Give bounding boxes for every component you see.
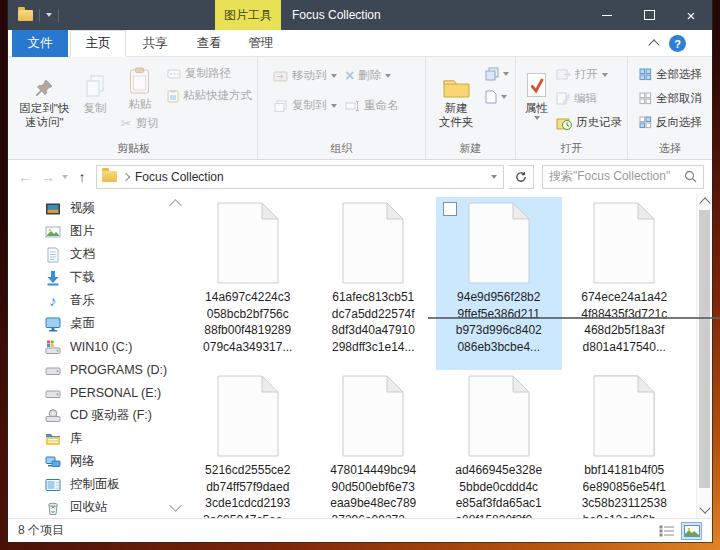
sidebar-item-control-panel[interactable]: 控制面板 xyxy=(8,473,185,496)
music-icon: ♪ xyxy=(45,293,61,309)
sidebar-item-network[interactable]: 网络 xyxy=(8,450,185,473)
sidebar-item-recycle-bin[interactable]: 回收站 xyxy=(8,496,185,518)
edit-button[interactable]: 编辑 xyxy=(553,88,625,109)
navigation-pane: 视频 图片 文档 下载 ♪ 音乐 桌面 xyxy=(8,193,185,518)
back-button[interactable]: ← xyxy=(16,169,34,185)
file-icon xyxy=(593,375,655,457)
sidebar-item-pictures[interactable]: 图片 xyxy=(8,220,185,243)
open-button[interactable]: 打开 xyxy=(553,64,625,85)
history-button[interactable]: 历史记录 xyxy=(553,112,625,133)
address-dropdown-caret-icon[interactable] xyxy=(491,175,497,179)
file-item[interactable]: 674ece24a1a42 4f88435f3d721c 468d2b5f18a… xyxy=(562,197,688,370)
move-to-button[interactable]: 移动到 xyxy=(270,65,342,86)
new-item-button[interactable] xyxy=(482,89,512,105)
sidebar-item-libraries[interactable]: 库 xyxy=(8,427,185,450)
invert-selection-button[interactable]: 反向选择 xyxy=(636,112,705,133)
dropdown-caret-icon xyxy=(331,104,337,108)
close-button[interactable]: × xyxy=(670,0,712,30)
file-item[interactable]: 14a697c4224c3 058bcb2bf756c 88fb00f48192… xyxy=(185,197,311,370)
edit-icon xyxy=(556,92,570,105)
file-item[interactable]: 61afec813cb51 dc7a5dd22574f 8df3d40a4791… xyxy=(311,197,437,370)
sidebar-item-drive-d[interactable]: PROGRAMS (D:) xyxy=(8,358,185,381)
contextual-tab-picture-tools[interactable]: 图片工具 xyxy=(215,0,281,30)
sidebar-item-cd-drive[interactable]: CD 驱动器 (F:) xyxy=(8,404,185,427)
close-icon: × xyxy=(687,8,696,23)
new-group: 新建 文件夹 新建 xyxy=(426,57,516,159)
tab-manage[interactable]: 管理 xyxy=(236,30,286,57)
vertical-scrollbar[interactable] xyxy=(696,193,712,518)
drive-icon xyxy=(45,385,61,401)
dropdown-caret-icon xyxy=(602,73,608,77)
collapse-ribbon-icon[interactable] xyxy=(648,39,659,50)
open-group: 属性 打开 编辑 历史记录 打开 xyxy=(516,57,628,159)
videos-icon xyxy=(45,201,61,217)
file-item[interactable]: 478014449bc94 90d500ebf6e73 eaa9be48ec78… xyxy=(311,370,437,518)
details-view-button[interactable] xyxy=(656,522,677,540)
easy-access-button[interactable] xyxy=(482,66,512,82)
file-item[interactable]: bbf14181b4f05 6e890856e54f1 3c58b2311253… xyxy=(562,370,688,518)
recent-locations-caret-icon[interactable] xyxy=(62,175,68,179)
rename-button[interactable]: 重命名 xyxy=(342,95,402,116)
help-icon[interactable]: ? xyxy=(669,35,686,52)
file-icon xyxy=(468,202,530,284)
properties-button[interactable]: 属性 xyxy=(520,60,553,122)
qat-customize-caret-icon[interactable] xyxy=(46,13,52,17)
window-title: Focus Collection xyxy=(292,0,381,30)
minimize-button[interactable] xyxy=(586,0,628,30)
file-icon xyxy=(217,202,279,284)
ribbon: 固定到"快速访问" 复制 粘贴 ✂ 剪切 xyxy=(8,57,712,160)
cut-button[interactable]: ✂ 剪切 xyxy=(118,113,162,134)
move-to-icon xyxy=(273,70,288,82)
thumbnail-view-button[interactable] xyxy=(681,522,702,540)
sidebar-item-drive-e[interactable]: PERSONAL (E:) xyxy=(8,381,185,404)
copy-path-button[interactable]: 复制路径 xyxy=(164,63,255,84)
divider xyxy=(58,9,59,22)
sidebar-item-music[interactable]: ♪ 音乐 xyxy=(8,289,185,312)
sidebar-item-drive-c[interactable]: WIN10 (C:) xyxy=(8,335,185,358)
copy-button[interactable]: 复制 xyxy=(74,60,115,117)
paste-shortcut-button[interactable]: 粘贴快捷方式 xyxy=(164,85,255,106)
drive-icon xyxy=(45,362,61,378)
new-folder-button[interactable]: 新建 文件夹 xyxy=(430,60,482,131)
pin-to-quick-access-button[interactable]: 固定到"快速访问" xyxy=(14,60,74,131)
address-bar-row: ← → ↑ Focus Collection 搜索"Focus Collecti… xyxy=(8,160,712,193)
network-icon xyxy=(45,454,61,470)
selection-checkbox[interactable] xyxy=(443,202,457,216)
file-item[interactable]: 5216cd2555ce2 db74ff57f9daed 3cde1cdcd21… xyxy=(185,370,311,518)
breadcrumb-path[interactable]: Focus Collection xyxy=(135,170,224,184)
select-none-button[interactable]: 全部取消 xyxy=(636,88,705,109)
address-box[interactable]: Focus Collection xyxy=(96,165,504,189)
sidebar-item-desktop[interactable]: 桌面 xyxy=(8,312,185,335)
file-item[interactable]: ad466945e328e 5bbde0cddd4c e85af3fda65ac… xyxy=(436,370,562,518)
search-input[interactable]: 搜索"Focus Collection" xyxy=(542,165,704,189)
file-explorer-window: 图片工具 Focus Collection × 文件 主页 共享 查看 管理 ?… xyxy=(8,0,712,542)
tab-share[interactable]: 共享 xyxy=(128,30,182,57)
caption-buttons: × xyxy=(586,0,712,30)
scrollbar-thumb[interactable] xyxy=(699,210,710,488)
refresh-button[interactable] xyxy=(509,165,534,189)
scroll-up-icon[interactable] xyxy=(699,197,710,208)
select-group: 全部选择 全部取消 反向选择 选择 xyxy=(628,57,712,159)
copy-to-button[interactable]: 复制到 xyxy=(270,95,342,116)
paste-button[interactable]: 粘贴 xyxy=(126,60,153,113)
sidebar-item-documents[interactable]: 文档 xyxy=(8,243,185,266)
maximize-button[interactable] xyxy=(628,0,670,30)
tab-file[interactable]: 文件 xyxy=(12,30,68,57)
tab-view[interactable]: 查看 xyxy=(184,30,234,57)
file-icon xyxy=(342,202,404,284)
scroll-down-icon[interactable] xyxy=(699,502,710,513)
sidebar-item-videos[interactable]: 视频 xyxy=(8,197,185,220)
delete-x-icon: × xyxy=(345,70,354,82)
select-all-button[interactable]: 全部选择 xyxy=(636,64,705,85)
file-item-selected[interactable]: 94e9d956f28b2 9ffef5e386d211 b973d996c84… xyxy=(436,197,562,370)
up-button[interactable]: ↑ xyxy=(73,169,91,185)
ribbon-tab-row: 文件 主页 共享 查看 管理 ? xyxy=(8,30,712,57)
system-drive-icon xyxy=(45,339,61,355)
dropdown-caret-icon xyxy=(501,95,507,99)
delete-button[interactable]: × 删除 xyxy=(342,65,402,86)
forward-button[interactable]: → xyxy=(39,169,57,185)
easy-access-icon xyxy=(485,67,499,81)
tab-home[interactable]: 主页 xyxy=(70,30,126,57)
sidebar-item-downloads[interactable]: 下载 xyxy=(8,266,185,289)
documents-icon xyxy=(45,247,61,263)
